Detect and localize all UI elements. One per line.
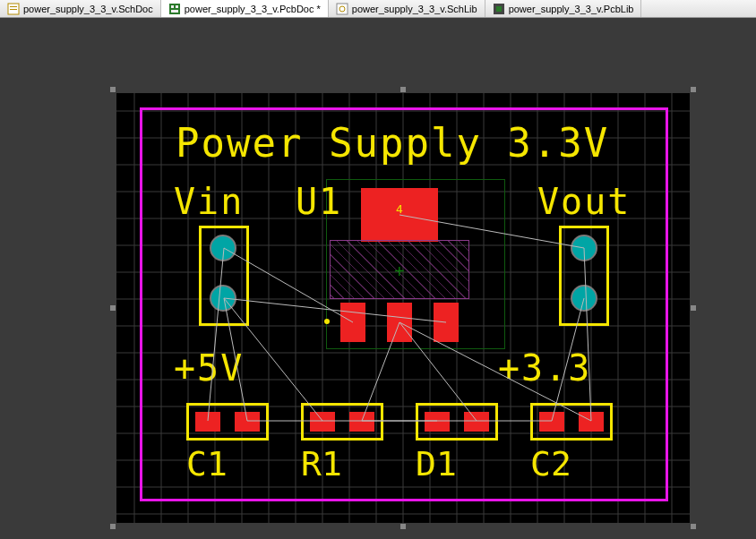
- tab-schdoc[interactable]: power_supply_3_3_v.SchDoc: [0, 0, 161, 17]
- c1-pad-1[interactable]: [195, 412, 220, 432]
- vin-pad-2[interactable]: [210, 285, 236, 312]
- svg-rect-4: [171, 5, 174, 8]
- tab-bar: power_supply_3_3_v.SchDoc power_supply_3…: [0, 0, 756, 18]
- svg-rect-5: [176, 5, 178, 8]
- label-5v: +5V: [174, 347, 244, 389]
- svg-rect-3: [169, 4, 180, 14]
- tab-schlib[interactable]: power_supply_3_3_v.SchLib: [329, 0, 485, 17]
- vout-pad-1[interactable]: [571, 235, 597, 261]
- schlib-icon: [336, 3, 348, 15]
- tab-pcbdoc[interactable]: power_supply_3_3_v.PcbDoc *: [161, 0, 329, 17]
- label-33v: +3.3: [498, 347, 591, 389]
- svg-rect-6: [171, 10, 178, 13]
- tab-label: power_supply_3_3_v.PcbLib: [509, 4, 634, 14]
- r1-pad-2[interactable]: [349, 412, 374, 432]
- d1-pad-1[interactable]: [425, 412, 450, 432]
- c1-pad-2[interactable]: [235, 412, 260, 432]
- vin-pad-1[interactable]: [210, 235, 236, 261]
- label-u1: U1: [296, 181, 342, 222]
- u1-pad-4-num: 4: [396, 202, 403, 216]
- designator-c2: C2: [530, 444, 571, 483]
- u1-pad-3[interactable]: [434, 303, 459, 342]
- r1-pad-1[interactable]: [310, 412, 335, 432]
- u1-pad-1[interactable]: [340, 303, 365, 342]
- svg-rect-7: [337, 4, 348, 14]
- u1-pad-2[interactable]: [387, 303, 412, 342]
- tab-label: power_supply_3_3_v.SchDoc: [23, 4, 153, 14]
- schematic-icon: [7, 3, 20, 15]
- board-title: Power Supply 3.3V: [176, 120, 609, 166]
- vout-pad-2[interactable]: [571, 285, 597, 312]
- tab-pcblib[interactable]: power_supply_3_3_v.PcbLib: [485, 0, 642, 17]
- c2-pad-1[interactable]: [539, 412, 564, 432]
- d1-pad-2[interactable]: [464, 412, 489, 432]
- svg-rect-2: [10, 9, 17, 10]
- svg-rect-1: [10, 6, 17, 7]
- pcb-canvas[interactable]: Power Supply 3.3V Vin U1 Vout 4 + +5: [0, 18, 756, 539]
- designator-c1: C1: [186, 444, 228, 483]
- svg-rect-10: [496, 6, 502, 12]
- label-vout: Vout: [537, 181, 631, 222]
- origin-cross: +: [394, 261, 405, 282]
- label-vin: Vin: [174, 181, 244, 222]
- pcblib-icon: [493, 3, 505, 15]
- c2-pad-2[interactable]: [579, 412, 604, 432]
- designator-d1: D1: [416, 444, 457, 483]
- tab-label: power_supply_3_3_v.PcbDoc *: [185, 4, 321, 14]
- pin1-marker: [324, 319, 330, 324]
- tab-label: power_supply_3_3_v.SchLib: [352, 4, 477, 14]
- designator-r1: R1: [301, 444, 342, 483]
- pcb-icon: [168, 3, 181, 15]
